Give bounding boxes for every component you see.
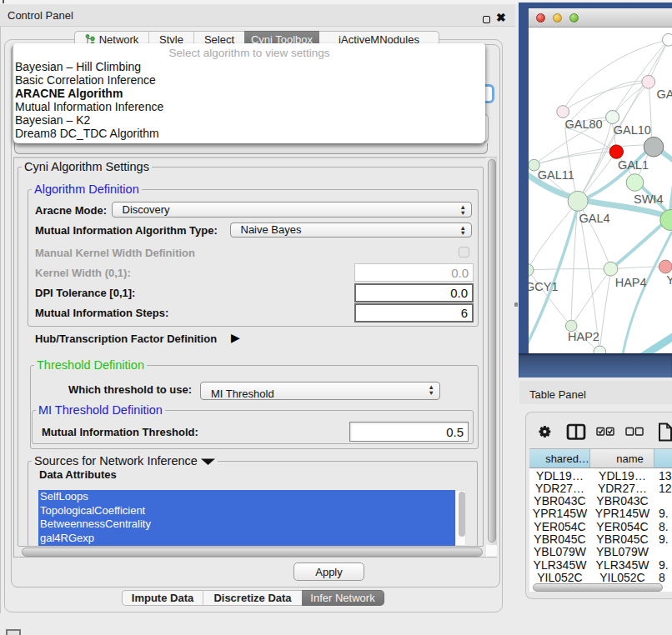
svg-text:GAL: GAL xyxy=(657,88,672,101)
svg-text:GAL10: GAL10 xyxy=(614,122,651,136)
svg-text:GAL11: GAL11 xyxy=(538,168,574,181)
svg-text:SWI4: SWI4 xyxy=(634,192,663,205)
svg-text:GAL80: GAL80 xyxy=(565,118,603,131)
svg-text:HAP4: HAP4 xyxy=(615,275,647,288)
svg-text:Y: Y xyxy=(666,273,672,287)
svg-text:GAL4: GAL4 xyxy=(579,212,610,225)
svg-text:GCY1: GCY1 xyxy=(529,279,559,292)
svg-text:HAP2: HAP2 xyxy=(568,330,599,343)
svg-text:GAL1: GAL1 xyxy=(618,158,649,172)
